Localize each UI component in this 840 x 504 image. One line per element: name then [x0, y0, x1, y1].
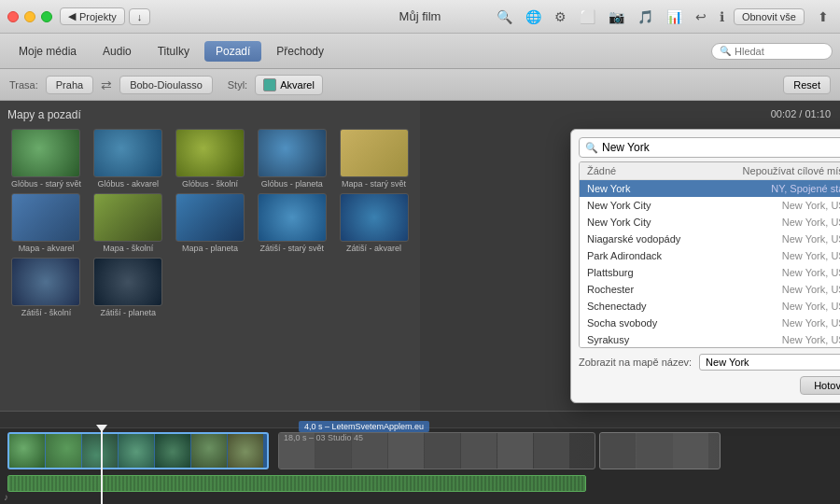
dropdown-item[interactable]: New York City New York, USA [580, 214, 840, 231]
dropdown-item[interactable]: New York City New York, USA [580, 197, 840, 214]
titlebar: ◀ Projekty ↓ Můj film 🔍 🌐 ⚙ ⬜ 📷 🎵 📊 ↩ ℹ … [0, 0, 840, 34]
globe-icon-btn[interactable]: 🌐 [522, 7, 545, 26]
settings-icon-btn[interactable]: ⚙ [551, 7, 570, 26]
search-icon-btn[interactable]: 🔍 [493, 7, 516, 26]
list-item[interactable]: Glóbus - akvarel [90, 129, 167, 189]
list-item[interactable]: Mapa - školní [90, 193, 167, 253]
dropdown-item[interactable]: Socha svobody New York, USA [580, 315, 840, 331]
dropdown-list: Žádné Nepoužívat cílové místo New York N… [579, 161, 840, 348]
import-button[interactable]: ↓ [129, 8, 151, 25]
maximize-button[interactable] [41, 11, 52, 22]
list-item[interactable]: Mapa - planeta [172, 193, 249, 253]
audio-clip-label: 18,0 s – 03 Studio 45 [280, 433, 367, 442]
thumb-label: Glóbus - školní [182, 179, 238, 189]
playhead[interactable] [101, 428, 103, 504]
list-item[interactable]: Glóbus - školní [172, 129, 249, 189]
tab-prechody[interactable]: Přechody [265, 41, 335, 62]
dropdown-item[interactable]: Rochester New York, USA [580, 281, 840, 298]
dropdown-header: Žádné Nepoužívat cílové místo [580, 162, 840, 180]
search-input[interactable] [735, 46, 824, 57]
thumb-label: Mapa - starý svět [342, 179, 406, 189]
minimize-button[interactable] [24, 11, 35, 22]
chart-icon-btn[interactable]: 📊 [663, 7, 686, 26]
thumb-label: Glóbus - starý svět [11, 179, 81, 189]
list-item[interactable]: Zátiší - planeta [90, 258, 167, 317]
list-item[interactable]: Zátiší - akvarel [335, 193, 413, 253]
dropdown-item[interactable]: Syrakusy New York, USA [580, 331, 840, 348]
styl-label: Styl: [228, 79, 247, 91]
thumb-seg [425, 433, 460, 469]
undo-icon-btn[interactable]: ↩ [692, 7, 710, 26]
window-title: Můj film [399, 9, 441, 23]
zobrazit-input[interactable] [699, 354, 840, 371]
time-current: 00:02 [771, 108, 797, 119]
search-box[interactable]: 🔍 [711, 43, 833, 60]
share-icon-btn[interactable]: ⬆ [814, 7, 833, 26]
tab-pozadi[interactable]: Pozadí [204, 41, 261, 62]
list-item[interactable]: Mapa - akvarel [7, 193, 85, 253]
reset-button[interactable]: Reset [783, 76, 831, 94]
list-item[interactable]: Zátiší - školní [7, 258, 85, 317]
thumb-label: Mapa - školní [103, 244, 153, 253]
dropdown-search-box[interactable]: 🔍 ✕ [579, 137, 840, 158]
tab-titulky[interactable]: Titulky [147, 41, 201, 62]
back-button[interactable]: ◀ Projekty [60, 7, 125, 25]
list-item[interactable]: Mapa - starý svět [335, 129, 413, 189]
audio-icon-btn[interactable]: 🎵 [634, 7, 657, 26]
dropdown-item[interactable]: New York NY, Spojené státy [580, 180, 840, 197]
thumb-seg [534, 433, 569, 469]
media-library: Mapy a pozadí Glóbus - starý svět Glóbus… [0, 101, 420, 411]
info-icon-btn[interactable]: ℹ [716, 7, 728, 26]
back-label: Projekty [79, 11, 117, 22]
dropdown-search-input[interactable] [602, 141, 840, 154]
thumb-seg [82, 434, 118, 468]
clip-globe[interactable] [7, 432, 269, 469]
none-label: Žádné [587, 165, 616, 176]
audio-clip[interactable] [7, 475, 586, 492]
audio-waveform [8, 476, 585, 491]
city-to-button[interactable]: Bobo-Dioulasso [119, 76, 213, 94]
dropdown-item[interactable]: Park Adirondack New York, USA [580, 247, 840, 264]
list-item[interactable]: Glóbus - planeta [253, 129, 330, 189]
city-loc: New York, USA [782, 334, 840, 345]
toolbar-right: 🔍 🌐 ⚙ ⬜ 📷 🎵 📊 ↩ ℹ Obnovit vše ⬆ [493, 7, 833, 26]
thumb-seg [673, 433, 708, 469]
swap-icon[interactable]: ⇄ [101, 77, 112, 92]
city-name: Schenectady [587, 301, 647, 312]
search-icon: 🔍 [720, 46, 731, 56]
tab-moje-media[interactable]: Moje média [7, 41, 88, 62]
thumb-seg [46, 434, 81, 468]
tab-audio[interactable]: Audio [91, 41, 143, 62]
thumbnail-sea-planet [93, 258, 162, 306]
music-icon: ♪ [4, 492, 8, 502]
close-button[interactable] [7, 11, 19, 22]
time-display: 00:02 / 01:10 [771, 108, 831, 119]
styl-button[interactable]: Akvarel [255, 75, 323, 95]
thumb-seg [9, 434, 45, 468]
dropdown-item[interactable]: Niagarské vodopády New York, USA [580, 231, 840, 247]
thumb-seg [228, 434, 263, 468]
thumbnail-map-old [340, 129, 409, 177]
crop-icon-btn[interactable]: ⬜ [576, 7, 599, 26]
list-item[interactable]: Zátiší - starý svět [253, 193, 330, 253]
preview-area: 00:02 / 01:10 🔍 ✕ Žádné Nepoužívat cílov… [420, 101, 840, 411]
hotovo-button[interactable]: Hotovo [800, 376, 840, 395]
dropdown-footer: Zobrazit na mapě název: [579, 354, 840, 371]
city-from-button[interactable]: Praha [46, 76, 93, 94]
city-loc: New York, USA [782, 233, 840, 245]
thumb-label: Zátiší - planeta [100, 308, 156, 317]
camera-icon-btn[interactable]: 📷 [605, 7, 628, 26]
time-total: 01:10 [805, 108, 831, 119]
obnovit-button[interactable]: Obnovit vše [734, 8, 805, 25]
thumbnail-globe-akv [93, 129, 162, 177]
list-item[interactable]: Glóbus - starý svět [7, 129, 85, 189]
timeline-tracks: 4,0 s – LetemSvetemApplem.eu [0, 428, 840, 504]
dropdown-item[interactable]: Schenectady New York, USA [580, 298, 840, 315]
city-name: Socha svobody [587, 317, 657, 329]
thumb-seg [637, 433, 672, 469]
thumb-label: Mapa - planeta [182, 244, 238, 253]
thumbnail-sea-school [11, 258, 80, 306]
thumbnail-map-akv [11, 193, 80, 242]
dropdown-item[interactable]: Plattsburg New York, USA [580, 264, 840, 281]
clip-map2[interactable] [599, 432, 721, 469]
